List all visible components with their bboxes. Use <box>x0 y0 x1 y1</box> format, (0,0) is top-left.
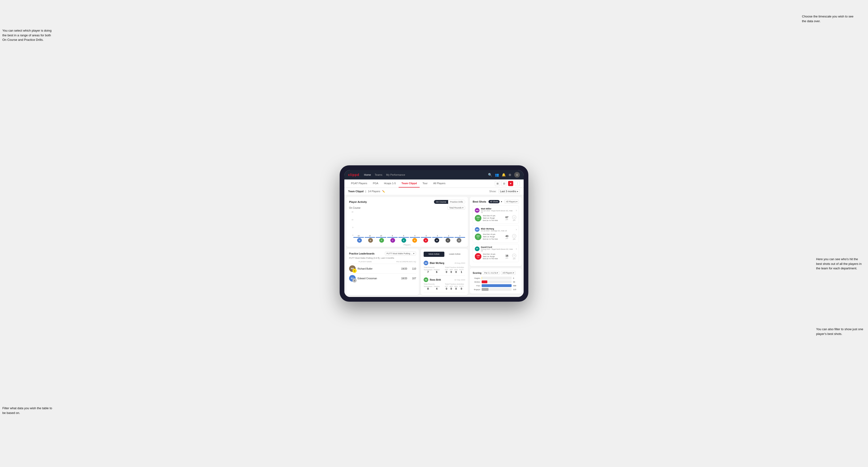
player-activity-card: Player Activity On Course Practice Drill… <box>346 197 468 247</box>
active-player-1-header: BM Blair McHarg 26 Aug 2023 <box>424 261 465 266</box>
nav-links: Home Teams My Performance <box>364 173 483 177</box>
shot-card-3[interactable]: DF David Ford 24 Aug 2023 · Royal North … <box>473 244 519 262</box>
best-shots-header: Best Shots All Shots ▾ All Players ▾ <box>473 200 519 204</box>
lb-avg-2: 107 <box>410 277 416 280</box>
lb-row-1: RB 1 Richard Butler 19/20 110 <box>349 264 416 273</box>
right-panel: Best Shots All Shots ▾ All Players ▾ MM <box>470 197 522 295</box>
practice-toggle[interactable]: Practice Drills <box>448 200 465 204</box>
active-player-2-header: RB Rees Britt 02 Sep 2023 <box>424 277 465 282</box>
sub-nav: PGAT Players PGA Hcaps 1-5 Team Clippd T… <box>344 180 524 188</box>
team-name: Team Clippd <box>348 190 364 193</box>
most-active-card: Most Active Least Active BM Blair McHarg… <box>421 249 468 295</box>
chart-filter[interactable]: Total Rounds ▾ <box>447 206 465 210</box>
view-controls: ⊞ ⊟ ♥ ⋮ <box>495 181 520 186</box>
sub-nav-hcaps[interactable]: Hcaps 1-5 <box>381 180 399 187</box>
sub-nav-team-clippd[interactable]: Team Clippd <box>399 180 420 187</box>
shot-chevron-1: › <box>516 209 517 212</box>
sub-nav-all-players[interactable]: All Players <box>431 180 448 187</box>
shot-card-2[interactable]: BM Blair McHarg 23 Jul 2023 · Ashridge G… <box>473 225 519 242</box>
nav-teams[interactable]: Teams <box>375 173 382 177</box>
practice-section-1: Total Practice Activities GTT 0 APP <box>445 266 465 273</box>
bar-group-3: 9 <box>387 235 398 237</box>
search-icon[interactable]: 🔍 <box>488 173 492 177</box>
bar-group-6: 3 <box>421 235 431 237</box>
shot-stats-1: Shot Dist: 67 yds Start Lie: Rough End L… <box>483 215 502 221</box>
chart-avatar-8: C <box>445 238 450 243</box>
shot-detail-3: 198 SG Shot Dist: 16 yds Start Lie: Roug… <box>475 253 517 260</box>
scoring-row-0: Eagles3 <box>473 277 519 280</box>
sub-nav-pga[interactable]: PGA <box>370 180 381 187</box>
lb-subtitle: PUTT Must Make Putting (3-6 ft), Last 3 … <box>349 257 416 259</box>
team-players-count: 14 Players <box>368 190 380 193</box>
shots-caret: ▾ <box>501 200 502 203</box>
chart-sub-header: On Course Total Rounds ▾ <box>349 206 465 210</box>
bar-group-2: 10 <box>376 235 386 237</box>
top-nav: clippd Home Teams My Performance 🔍 👥 🔔 ⊕… <box>344 170 524 180</box>
sub-nav-tour[interactable]: Tour <box>420 180 430 187</box>
lb-filter[interactable]: PUTT Must Make Putting ... ▾ <box>385 252 416 255</box>
bar-group-8: 2 <box>443 235 454 237</box>
main-content: Player Activity On Course Practice Drill… <box>344 195 524 297</box>
bar-group-5: 4 <box>410 235 420 237</box>
chart-section-label: On Course <box>349 207 361 209</box>
active-avatar-2: RB <box>424 277 428 282</box>
chart-avatar-7: M <box>434 238 439 243</box>
shot-player-row-2: BM Blair McHarg 23 Jul 2023 · Ashridge G… <box>475 227 517 232</box>
scoring-title: Scoring <box>473 272 482 274</box>
on-course-toggle[interactable]: On Course <box>434 200 448 204</box>
heart-view-btn[interactable]: ♥ <box>508 181 513 186</box>
shot-name-3: David Ford <box>481 246 515 248</box>
active-date-2: 02 Sep 2023 <box>455 279 465 281</box>
grid-view-btn[interactable]: ⊞ <box>495 181 500 186</box>
lb-name-2: Edward Crossman <box>358 277 399 280</box>
all-shots-tab[interactable]: All Shots <box>489 200 500 203</box>
shot-zero-1: 0 yds <box>512 215 517 221</box>
edit-team-icon[interactable]: ✏️ <box>382 190 385 193</box>
players-filter[interactable]: All Players ▾ <box>504 200 519 204</box>
active-date-1: 26 Aug 2023 <box>455 262 465 264</box>
practice-leaderboard-card: Practice Leaderboards PUTT Must Make Put… <box>346 249 419 295</box>
scoring-filter-1[interactable]: Par 3, 4 & 5s ▾ <box>483 271 500 275</box>
practice-section-2: Total Practice Activities GTT 0 APP <box>445 283 465 290</box>
bars-wrapper: 1312109543322 <box>353 211 465 237</box>
tablet-frame: clippd Home Teams My Performance 🔍 👥 🔔 ⊕… <box>340 165 528 302</box>
add-icon[interactable]: ⊕ <box>508 173 512 177</box>
shot-card-1[interactable]: MM Matt Miller 09 Jun 2023 · Royal North… <box>473 206 519 224</box>
least-active-tab[interactable]: Least Active <box>444 252 465 257</box>
activity-toggle: On Course Practice Drills <box>434 200 465 204</box>
scoring-filter-2[interactable]: All Players ▾ <box>501 271 516 275</box>
time-period-select[interactable]: Last 3 months ▾ <box>498 189 520 193</box>
active-tabs: Most Active Least Active <box>424 252 465 257</box>
settings-view-btn[interactable]: ⋮ <box>515 181 520 186</box>
sub-nav-pgat[interactable]: PGAT Players <box>348 180 370 187</box>
shot-stats-3: Shot Dist: 16 yds Start Lie: Rough End L… <box>483 253 502 260</box>
shot-name-2: Blair McHarg <box>481 228 515 230</box>
most-active-tab[interactable]: Most Active <box>424 252 444 257</box>
shot-avatar-1: MM <box>475 208 479 213</box>
bar-group-0: 13 <box>353 235 364 237</box>
nav-home[interactable]: Home <box>364 173 371 177</box>
list-view-btn[interactable]: ⊟ <box>501 181 507 186</box>
rank-badge-2: 2 <box>352 278 356 283</box>
left-panel: Player Activity On Course Practice Drill… <box>346 197 468 295</box>
lb-score-1: 19/20 <box>401 268 408 270</box>
team-header-row: Team Clippd | 14 Players ✏️ Show: Last 3… <box>344 188 524 195</box>
shot-avatar-3: DF <box>475 247 479 251</box>
active-player-1-name-row: BM Blair McHarg <box>424 261 444 266</box>
scoring-chart: Eagles3Birdies96Pars499Bogeys115 <box>473 277 519 291</box>
shot-player-row-1: MM Matt Miller 09 Jun 2023 · Royal North… <box>475 208 517 213</box>
best-shots-title: Best Shots <box>473 200 486 203</box>
lb-score-2: 18/20 <box>401 277 408 280</box>
nav-performance[interactable]: My Performance <box>386 173 405 177</box>
lb-header: Practice Leaderboards PUTT Must Make Put… <box>349 252 416 255</box>
user-avatar[interactable]: U <box>514 172 520 178</box>
bar-group-4: 5 <box>398 235 409 237</box>
users-icon[interactable]: 👥 <box>495 173 499 177</box>
bar-group-1: 12 <box>365 235 375 237</box>
shot-sub-2: 23 Jul 2023 · Ashridge GC, Hole 15 <box>481 230 515 231</box>
chart-avatar-5: B <box>412 238 417 243</box>
bell-icon[interactable]: 🔔 <box>502 173 506 177</box>
shot-stats-2: Shot Dist: 43 yds Start Lie: Rough End L… <box>483 233 502 240</box>
active-stats-2: Total Rounds Tournament 8 Practice <box>424 283 465 290</box>
best-shots-card: Best Shots All Shots ▾ All Players ▾ MM <box>470 197 522 266</box>
